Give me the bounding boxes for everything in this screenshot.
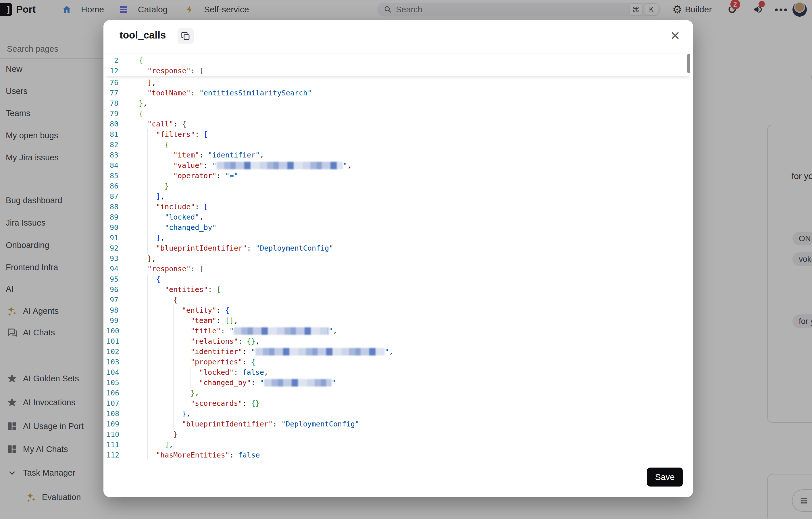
code-line-109: 109"blueprintIdentifier": "DeploymentCon… — [106, 419, 690, 429]
code-line-105: 105"changed_by": "" — [106, 378, 690, 388]
code-line-89: 89"locked", — [106, 212, 690, 223]
code-line-96: 96"entities": [ — [106, 285, 690, 295]
code-line-86: 86} — [106, 181, 690, 192]
json-code-editor[interactable]: 76],77"toolName": "entitiesSimilaritySea… — [106, 53, 690, 459]
sticky-scroll-lines: 2{12"response": [ — [106, 54, 690, 77]
code-line-81: 81"filters": [ — [106, 129, 690, 140]
code-line-111: 111], — [106, 440, 690, 450]
redacted-value — [234, 327, 329, 335]
code-line-94: 94"response": [ — [106, 264, 690, 274]
code-line-103: 103"properties": { — [106, 357, 690, 367]
code-line-87: 87], — [106, 192, 690, 202]
code-line-80: 80"call": { — [106, 119, 690, 129]
modal-title: tool_calls — [119, 29, 166, 41]
code-line-77: 77"toolName": "entitiesSimilaritySearch" — [106, 88, 690, 98]
copy-icon — [181, 32, 190, 41]
code-line-107: 107"scorecards": {} — [106, 398, 690, 409]
redacted-value — [264, 379, 331, 386]
redacted-value — [256, 348, 385, 355]
code-line-83: 83"item": "identifier", — [106, 150, 690, 161]
code-line-110: 110} — [106, 429, 690, 440]
code-line-84: 84"value": "", — [106, 161, 690, 171]
code-line-12: 12"response": [ — [106, 66, 690, 76]
redacted-value — [216, 162, 343, 169]
code-line-91: 91], — [106, 233, 690, 243]
code-line-2: 2{ — [106, 55, 690, 66]
editor-scrollbar[interactable] — [687, 54, 690, 73]
code-line-93: 93}, — [106, 254, 690, 264]
code-line-97: 97{ — [106, 295, 690, 305]
code-line-95: 95{ — [106, 274, 690, 285]
code-line-100: 100"title": "", — [106, 326, 690, 336]
code-line-78: 78}, — [106, 98, 690, 109]
copy-button[interactable] — [178, 28, 194, 44]
code-line-104: 104"locked": false, — [106, 367, 690, 378]
code-line-101: 101"relations": {}, — [106, 336, 690, 347]
code-line-79: 79{ — [106, 109, 690, 119]
code-line-112: 112"hasMoreEntities": false — [106, 450, 690, 459]
code-line-92: 92"blueprintIdentifier": "DeploymentConf… — [106, 243, 690, 254]
code-line-102: 102"identifier": "", — [106, 347, 690, 357]
code-line-98: 98"entity": { — [106, 305, 690, 316]
code-line-108: 108}, — [106, 409, 690, 419]
save-button[interactable]: Save — [647, 467, 683, 487]
code-line-82: 82{ — [106, 140, 690, 150]
code-line-76: 76], — [106, 78, 690, 88]
tool-calls-modal: tool_calls ✕ 76],77"toolName": "entities… — [104, 20, 693, 497]
code-line-106: 106}, — [106, 388, 690, 398]
code-line-88: 88"include": [ — [106, 202, 690, 212]
code-line-99: 99"team": [], — [106, 316, 690, 326]
code-line-85: 85"operator": "=" — [106, 171, 690, 181]
code-line-90: 90"changed_by" — [106, 223, 690, 233]
close-icon[interactable]: ✕ — [667, 28, 683, 44]
